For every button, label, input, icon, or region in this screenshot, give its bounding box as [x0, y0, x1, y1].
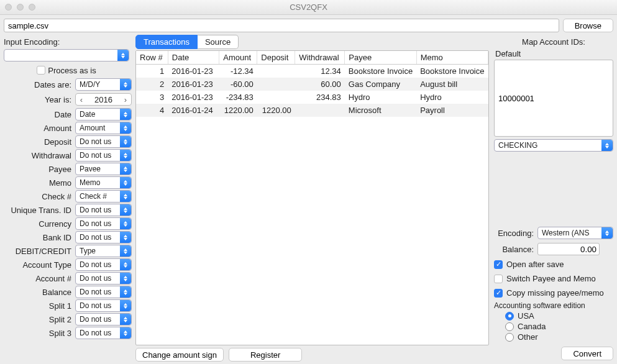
column-header[interactable]: Amount	[219, 51, 257, 65]
field-select-value: Do not us	[80, 274, 111, 283]
table-row[interactable]: 42016-01-241220.001220.00MicrosoftPayrol…	[136, 104, 488, 117]
table-row[interactable]: 22016-01-23-60.0060.00Gas CompanyAugust …	[136, 78, 488, 91]
field-select-value: Do not us	[80, 288, 111, 296]
field-select-balance[interactable]: Do not us	[75, 286, 132, 298]
change-amount-sign-button[interactable]: Change amount sign	[135, 348, 224, 362]
left-panel: Input Encoding: Process as is Dates are:…	[0, 35, 133, 363]
chevron-updown-icon	[120, 314, 131, 325]
balance-input[interactable]	[537, 243, 600, 255]
field-label: Check #	[1, 192, 73, 201]
account-type-select[interactable]: CHECKING	[494, 139, 613, 152]
field-select-withdrawal[interactable]: Do not us	[75, 149, 132, 162]
input-encoding-select[interactable]	[4, 49, 129, 61]
field-select-check-[interactable]: Check #	[75, 190, 132, 202]
field-select-value: Do not us	[80, 151, 111, 160]
chevron-updown-icon	[120, 150, 131, 161]
cell-withdrawal: 60.00	[295, 78, 345, 91]
cell-withdrawal: 234.83	[295, 91, 345, 104]
cell-withdrawal: 12.34	[295, 65, 345, 78]
column-header[interactable]: Date	[168, 51, 219, 65]
field-select-memo[interactable]: Memo	[75, 176, 132, 189]
process-as-is-checkbox[interactable]	[37, 66, 45, 75]
cell-deposit	[257, 78, 295, 91]
column-header[interactable]: Row #	[136, 51, 168, 65]
radio-canada[interactable]	[505, 322, 514, 331]
cell-memo: August bill	[416, 78, 488, 91]
field-label: Amount	[1, 124, 73, 133]
account-id-input[interactable]	[494, 60, 613, 137]
field-select-value: Pavee	[80, 165, 101, 173]
browse-button[interactable]: Browse	[563, 19, 613, 32]
cell-deposit	[257, 91, 295, 104]
column-header[interactable]: Memo	[416, 51, 488, 65]
field-select-amount[interactable]: Amount	[75, 122, 132, 134]
field-select-currency[interactable]: Do not us	[75, 217, 132, 230]
table-row[interactable]: 32016-01-23-234.83234.83HydroHydro	[136, 91, 488, 104]
tab-transactions[interactable]: Transactions	[135, 35, 198, 49]
field-label: Balance	[1, 288, 73, 297]
cell-date: 2016-01-23	[168, 91, 219, 104]
radio-other[interactable]	[505, 333, 514, 342]
field-select-account-[interactable]: Do not us	[75, 272, 132, 284]
radio-usa[interactable]	[505, 312, 514, 321]
field-select-value: Check #	[80, 192, 107, 201]
output-encoding-select[interactable]: Western (ANS	[537, 227, 613, 239]
field-label: Split 3	[1, 329, 73, 338]
year-stepper[interactable]: ‹ 2016 ›	[75, 93, 132, 106]
file-path-input[interactable]	[4, 19, 559, 32]
field-select-date[interactable]: Date	[75, 108, 132, 121]
field-select-value: Type	[80, 247, 96, 255]
field-select-bank-id[interactable]: Do not us	[75, 231, 132, 243]
cell-amount: -60.00	[219, 78, 257, 91]
field-select-debit-credit[interactable]: Type	[75, 245, 132, 257]
column-header[interactable]: Payee	[345, 51, 416, 65]
chevron-updown-icon	[120, 109, 131, 120]
year-value: 2016	[87, 95, 120, 104]
chevron-updown-icon	[120, 259, 131, 270]
field-label: Date	[1, 110, 73, 119]
field-label: Withdrawal	[1, 151, 73, 160]
register-button[interactable]: Register	[229, 348, 302, 362]
switch-payee-memo-checkbox[interactable]	[494, 275, 503, 283]
convert-button[interactable]: Convert	[561, 347, 613, 360]
cell-payee: Hydro	[345, 91, 416, 104]
field-label: Bank ID	[1, 233, 73, 242]
field-select-payee[interactable]: Pavee	[75, 163, 132, 175]
field-select-deposit[interactable]: Do not us	[75, 135, 132, 148]
copy-missing-checkbox[interactable]: ✓	[494, 289, 503, 298]
dates-are-select[interactable]: M/D/Y	[75, 78, 132, 91]
field-select-split-2[interactable]: Do not us	[75, 313, 132, 325]
tab-source[interactable]: Source	[198, 35, 239, 49]
cell-deposit: 1220.00	[257, 104, 295, 117]
chevron-left-icon[interactable]: ‹	[76, 95, 87, 104]
field-select-account-type[interactable]: Do not us	[75, 258, 132, 271]
field-select-unique-trans-id[interactable]: Do not us	[75, 204, 132, 216]
cell-payee: Gas Company	[345, 78, 416, 91]
field-select-split-1[interactable]: Do not us	[75, 299, 132, 312]
cell-withdrawal	[295, 104, 345, 117]
chevron-updown-icon	[120, 122, 131, 134]
chevron-updown-icon	[120, 218, 131, 229]
field-label: Payee	[1, 165, 73, 174]
field-select-value: Do not us	[80, 260, 111, 269]
field-select-value: Do not us	[80, 329, 111, 337]
field-select-split-3[interactable]: Do not us	[75, 327, 132, 339]
field-select-value: Do not us	[80, 206, 111, 214]
map-account-ids-label: Map Account IDs:	[494, 37, 613, 47]
chevron-right-icon[interactable]: ›	[120, 95, 131, 104]
cell-row-num: 3	[136, 91, 168, 104]
cell-memo: Hydro	[416, 91, 488, 104]
dates-are-value: M/D/Y	[80, 80, 100, 89]
open-after-save-checkbox[interactable]: ✓	[494, 260, 503, 269]
column-header[interactable]: Deposit	[257, 51, 295, 65]
column-header[interactable]: Withdrawal	[295, 51, 345, 65]
transactions-grid[interactable]: Row #DateAmountDepositWithdrawalPayeeMem…	[135, 50, 489, 345]
chevron-updown-icon	[120, 177, 131, 188]
table-row[interactable]: 12016-01-23-12.3412.34Bookstore InvoiceB…	[136, 65, 488, 78]
output-encoding-value: Western (ANS	[542, 229, 589, 237]
field-select-value: Do not us	[80, 219, 111, 228]
field-select-value: Amount	[80, 124, 105, 132]
cell-row-num: 2	[136, 78, 168, 91]
window-title: CSV2QFX	[0, 2, 617, 12]
cell-payee: Microsoft	[345, 104, 416, 117]
